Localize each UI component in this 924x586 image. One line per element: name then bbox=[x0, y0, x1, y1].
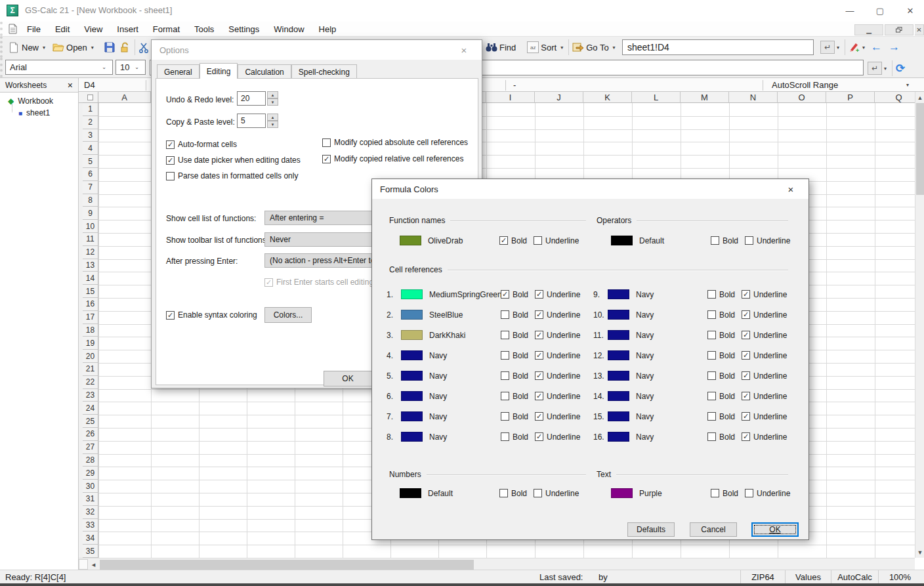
checkbox-box[interactable]: ✓ bbox=[535, 310, 543, 319]
row-header-21[interactable]: 21 bbox=[83, 363, 98, 376]
minimize-button[interactable]: — bbox=[835, 0, 865, 22]
checkbox-box[interactable]: ✓ bbox=[742, 331, 750, 339]
checkbox-box[interactable] bbox=[534, 489, 542, 497]
row-header-6[interactable]: 6 bbox=[83, 168, 98, 181]
row-header-3[interactable]: 3 bbox=[83, 129, 98, 142]
row-header-14[interactable]: 14 bbox=[83, 272, 98, 285]
font-size-combo[interactable]: 10⌄ bbox=[116, 60, 146, 75]
tab-calculation[interactable]: Calculation bbox=[238, 64, 291, 79]
checkbox-box[interactable]: ✓ bbox=[742, 351, 750, 360]
menu-item-view[interactable]: View bbox=[77, 22, 110, 36]
checkbox-box[interactable] bbox=[711, 236, 719, 245]
column-header-O[interactable]: O bbox=[778, 92, 826, 103]
bold-checkbox[interactable]: Bold bbox=[501, 392, 535, 401]
bold-checkbox[interactable]: Bold bbox=[501, 432, 535, 442]
nav-back-icon[interactable]: ← bbox=[871, 41, 882, 54]
row-header-30[interactable]: 30 bbox=[83, 480, 98, 493]
sort-az-icon[interactable]: az bbox=[527, 41, 539, 53]
checkbox-box[interactable] bbox=[501, 371, 509, 380]
color-swatch[interactable] bbox=[401, 391, 423, 401]
underline-checkbox[interactable]: Underline bbox=[745, 236, 804, 245]
tab-general[interactable]: General bbox=[157, 64, 200, 79]
row-header-22[interactable]: 22 bbox=[83, 376, 98, 389]
row-header-9[interactable]: 9 bbox=[83, 207, 98, 220]
row-header-18[interactable]: 18 bbox=[83, 324, 98, 337]
underline-checkbox[interactable]: ✓Underline bbox=[535, 371, 593, 381]
bold-checkbox[interactable]: Bold bbox=[501, 351, 535, 360]
worksheets-close-icon[interactable]: × bbox=[68, 80, 73, 91]
select-all-corner[interactable] bbox=[83, 92, 98, 103]
autoscroll-range-combo[interactable]: AutoScroll Range ▾ bbox=[768, 78, 915, 91]
row-header-32[interactable]: 32 bbox=[83, 506, 98, 519]
column-header-Q[interactable]: Q bbox=[875, 92, 915, 103]
checkbox-box[interactable]: ✓ bbox=[322, 155, 331, 163]
checkbox-box[interactable] bbox=[322, 138, 331, 147]
row-header-12[interactable]: 12 bbox=[83, 246, 98, 259]
menu-item-tools[interactable]: Tools bbox=[187, 22, 221, 36]
color-swatch[interactable] bbox=[608, 310, 629, 320]
checkbox-box[interactable]: ✓ bbox=[742, 432, 750, 441]
color-swatch[interactable] bbox=[608, 350, 629, 360]
color-swatch[interactable] bbox=[608, 391, 629, 401]
open-button[interactable]: Open bbox=[66, 43, 87, 52]
row-header-29[interactable]: 29 bbox=[83, 467, 98, 480]
checkbox-box[interactable] bbox=[534, 236, 542, 245]
row-header-8[interactable]: 8 bbox=[83, 194, 98, 207]
underline-checkbox[interactable]: ✓Underline bbox=[742, 371, 799, 381]
row-header-17[interactable]: 17 bbox=[83, 311, 98, 324]
cell-reference-input[interactable]: sheet1!D4 bbox=[622, 39, 814, 55]
checkbox-box[interactable] bbox=[501, 331, 509, 339]
underline-checkbox[interactable]: ✓Underline bbox=[535, 310, 593, 320]
underline-checkbox[interactable]: ✓Underline bbox=[742, 351, 799, 360]
options-ok-button[interactable]: OK bbox=[324, 371, 372, 387]
font-size-dropdown-icon[interactable]: ⌄ bbox=[135, 64, 139, 70]
options-close-icon[interactable]: × bbox=[454, 45, 474, 56]
row-header-31[interactable]: 31 bbox=[83, 493, 98, 506]
underline-checkbox[interactable]: ✓Underline bbox=[742, 392, 799, 401]
menu-item-settings[interactable]: Settings bbox=[221, 22, 266, 36]
copy-paste-spinner[interactable]: 5 ▲▼ bbox=[237, 114, 278, 128]
checkbox-box[interactable] bbox=[499, 489, 508, 497]
open-folder-icon[interactable] bbox=[52, 41, 64, 53]
underline-checkbox[interactable]: ✓Underline bbox=[535, 412, 593, 421]
color-swatch[interactable] bbox=[400, 236, 421, 245]
checkbox-box[interactable] bbox=[501, 392, 509, 400]
menu-item-format[interactable]: Format bbox=[146, 22, 187, 36]
new-document-icon[interactable] bbox=[8, 41, 20, 53]
checkbox-box[interactable]: ✓ bbox=[535, 351, 543, 360]
row-header-23[interactable]: 23 bbox=[83, 389, 98, 402]
scroll-left-icon[interactable]: ◂ bbox=[88, 559, 99, 570]
checkbox-box[interactable]: ✓ bbox=[742, 290, 750, 299]
checkbox-box[interactable] bbox=[711, 489, 719, 497]
pen-dropdown-icon[interactable]: ▾ bbox=[862, 45, 865, 51]
checkbox-box[interactable] bbox=[707, 432, 716, 441]
row-header-20[interactable]: 20 bbox=[83, 350, 98, 363]
checkbox-box[interactable] bbox=[707, 331, 716, 339]
checkbox-box[interactable]: ✓ bbox=[166, 156, 175, 165]
menu-item-file[interactable]: File bbox=[20, 22, 48, 36]
color-swatch[interactable] bbox=[608, 371, 629, 381]
bold-checkbox[interactable]: Bold bbox=[707, 392, 742, 401]
bold-checkbox[interactable]: Bold bbox=[499, 489, 534, 498]
goto-dropdown-icon[interactable]: ▾ bbox=[613, 45, 616, 51]
bold-checkbox[interactable]: Bold bbox=[711, 489, 745, 498]
underline-checkbox[interactable]: ✓Underline bbox=[742, 331, 799, 340]
underline-checkbox[interactable]: ✓Underline bbox=[742, 412, 799, 421]
bold-checkbox[interactable]: Bold bbox=[707, 432, 742, 442]
color-swatch[interactable] bbox=[608, 432, 629, 442]
parse-dates-in-formatted-cells-only-checkbox[interactable]: Parse dates in formatted cells only bbox=[166, 171, 301, 180]
checkbox-box[interactable]: ✓ bbox=[501, 290, 509, 299]
use-date-picker-when-editing-dates-checkbox[interactable]: ✓Use date picker when editing dates bbox=[166, 156, 301, 165]
checkbox-box[interactable]: ✓ bbox=[742, 310, 750, 319]
close-button[interactable]: ✕ bbox=[895, 0, 924, 22]
bold-checkbox[interactable]: Bold bbox=[707, 310, 742, 320]
underline-checkbox[interactable]: ✓Underline bbox=[535, 351, 593, 360]
tab-spell-checking[interactable]: Spell-checking bbox=[291, 64, 357, 79]
checkbox-box[interactable]: ✓ bbox=[742, 412, 750, 421]
row-header-34[interactable]: 34 bbox=[83, 532, 98, 545]
row-header-15[interactable]: 15 bbox=[83, 285, 98, 298]
mdi-restore-button[interactable] bbox=[885, 24, 914, 35]
cancel-button[interactable]: Cancel bbox=[690, 522, 737, 537]
checkbox-box[interactable] bbox=[745, 489, 753, 497]
goto-button[interactable]: Go To bbox=[586, 43, 608, 52]
